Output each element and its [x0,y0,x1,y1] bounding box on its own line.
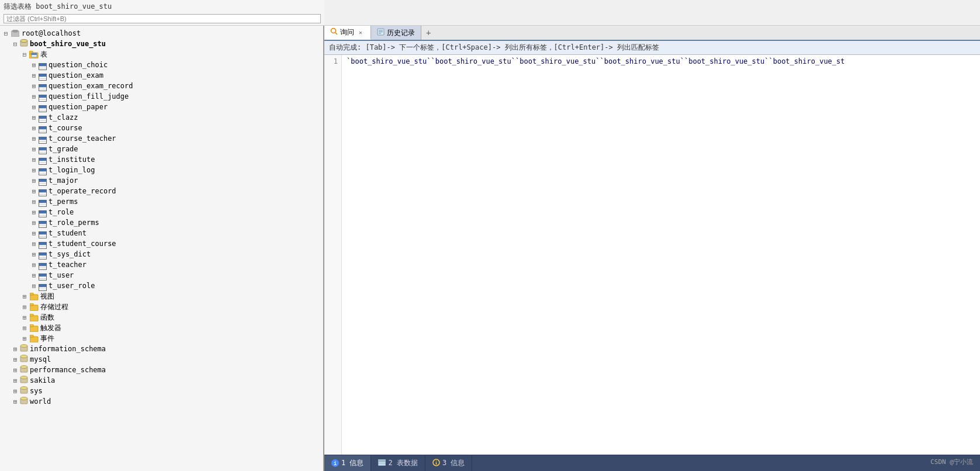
table-t-perms[interactable]: t_perms [0,196,323,207]
root-icon [11,29,20,37]
table-t-operate-record[interactable]: t_operate_record [0,186,323,196]
t-exp-11[interactable] [29,165,39,175]
table-t-role[interactable]: t_role [0,207,323,217]
tbl-label-7: t_course [49,124,82,132]
folder-trigger[interactable]: 触发器 [0,323,323,333]
table-t-student-course[interactable]: t_student_course [0,238,323,249]
table-t-sys-dict[interactable]: t_sys_dict [0,249,323,259]
table-t-login-log[interactable]: t_login_log [0,165,323,175]
tbl-icon-11 [39,165,47,175]
table-t-course[interactable]: t_course [0,123,323,133]
bottom-tab-info2[interactable]: 3 信息 [425,455,472,471]
db-information-schema[interactable]: information_schema [0,344,323,354]
db-world[interactable]: world [0,396,323,407]
t-exp-8[interactable] [29,134,39,143]
tbl-icon-17 [39,228,47,238]
db-exp-world[interactable] [11,397,20,406]
tbl-label-1: question_choic [49,61,108,69]
t-exp-14[interactable] [29,197,39,206]
t-exp-2[interactable] [29,71,39,80]
db-sys[interactable]: sys [0,386,323,396]
editor-area[interactable]: 1 `boot_shiro_vue_stu``boot_shiro_vue_st… [324,55,980,455]
svg-point-30 [20,376,27,379]
tbl-label-16: t_role_perms [49,219,99,227]
t-exp-17[interactable] [29,228,39,238]
folder-event[interactable]: 事件 [0,333,323,344]
table-question-exam-record[interactable]: question_exam_record [0,81,323,91]
bottom-tab-tabledata[interactable]: 2 表数据 [371,455,425,471]
t-exp-10[interactable] [29,155,39,164]
t-exp-1[interactable] [29,60,39,70]
table-t-course-teacher[interactable]: t_course_teacher [0,133,323,144]
t-exp-21[interactable] [29,271,39,280]
folder-table-expander[interactable] [20,50,29,59]
table-t-grade[interactable]: t_grade [0,144,323,154]
tab-bar: 询问 ✕ 历史记录 + [324,26,980,41]
table-t-student[interactable]: t_student [0,228,323,238]
tab-query[interactable]: 询问 ✕ [324,26,371,40]
folder-table[interactable]: 表 [0,49,323,60]
t-exp-13[interactable] [29,186,39,196]
tab-history[interactable]: 历史记录 [371,26,421,40]
table-t-institute[interactable]: t_institute [0,154,323,165]
db-sakila[interactable]: sakila [0,375,323,386]
table-question-paper[interactable]: question_paper [0,102,323,112]
t-exp-22[interactable] [29,281,39,290]
tbl-icon-5 [39,102,47,112]
db-perf-schema[interactable]: performance_schema [0,365,323,375]
t-exp-18[interactable] [29,239,39,248]
query-tab-icon [330,27,338,37]
tab-query-close[interactable]: ✕ [356,28,365,36]
folder-function[interactable]: 函数 [0,312,323,323]
t-exp-5[interactable] [29,102,39,112]
t-exp-7[interactable] [29,123,39,133]
table-t-user-role[interactable]: t_user_role [0,280,323,291]
right-panel: 询问 ✕ 历史记录 + [324,26,980,471]
table-t-teacher[interactable]: t_teacher [0,259,323,270]
t-exp-20[interactable] [29,260,39,269]
sidebar: root@localhost boot_shiro_vue_stu [0,26,324,471]
t-exp-15[interactable] [29,207,39,217]
folder-event-expander[interactable] [20,334,29,343]
folder-trigger-icon [29,324,39,332]
editor-content: 1 `boot_shiro_vue_stu``boot_shiro_vue_st… [324,55,980,455]
tbl-icon-21 [39,270,47,280]
tab-add-button[interactable]: + [421,26,435,40]
root-node[interactable]: root@localhost [0,28,323,39]
folder-view[interactable]: 视图 [0,291,323,302]
table-t-major[interactable]: t_major [0,175,323,186]
t-exp-16[interactable] [29,218,39,227]
t-exp-12[interactable] [29,176,39,185]
db-exp-perf[interactable] [11,365,20,375]
folder-trigger-expander[interactable] [20,323,29,333]
folder-function-expander[interactable] [20,313,29,322]
db-exp-sys[interactable] [11,386,20,396]
db-exp-sakila[interactable] [11,376,20,385]
db-exp-info[interactable] [11,344,20,354]
table-t-user[interactable]: t_user [0,270,323,280]
root-expander[interactable] [1,29,11,38]
editor-text[interactable]: `boot_shiro_vue_stu``boot_shiro_vue_stu`… [342,55,980,455]
t-exp-19[interactable] [29,250,39,259]
filter-input[interactable] [4,14,321,23]
t-exp-3[interactable] [29,81,39,91]
svg-rect-17 [30,316,38,321]
tbl-icon-10 [39,154,47,165]
t-exp-9[interactable] [29,144,39,154]
table-t-clazz[interactable]: t_clazz [0,112,323,123]
folder-procedure[interactable]: 存储过程 [0,302,323,312]
db-expander[interactable] [11,39,20,49]
t-exp-6[interactable] [29,113,39,122]
db-boot-shiro[interactable]: boot_shiro_vue_stu [0,39,323,49]
table-question-fill-judge[interactable]: question_fill_judge [0,91,323,102]
db-mysql[interactable]: mysql [0,354,323,365]
folder-procedure-expander[interactable] [20,302,29,311]
folder-view-expander[interactable] [20,292,29,301]
db-exp-mysql[interactable] [11,355,20,364]
table-t-role-perms[interactable]: t_role_perms [0,217,323,228]
table-question-choic[interactable]: question_choic [0,60,323,70]
bottom-tab-info1[interactable]: i 1 信息 [324,455,371,471]
table-question-exam[interactable]: question_exam [0,70,323,81]
watermark: CSDN @宁小流 [930,458,973,466]
t-exp-4[interactable] [29,92,39,101]
